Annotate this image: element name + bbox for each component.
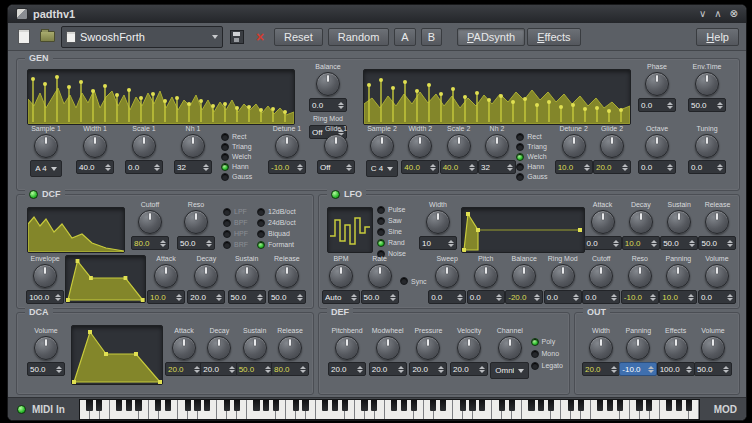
spin-arrows-icon[interactable] <box>727 294 733 301</box>
spin-arrows-icon[interactable] <box>448 240 454 247</box>
knob-spinbox[interactable]: 0.0 <box>428 290 466 304</box>
knob-cell[interactable]: Pitch 0.0 <box>468 255 504 304</box>
knob-cell[interactable]: Modwheel 20.0 <box>368 327 408 376</box>
knob-cell[interactable]: Nh 1 32 <box>172 125 214 174</box>
knob-dial[interactable] <box>705 210 729 234</box>
save-preset-button[interactable] <box>228 28 246 46</box>
knob-cell[interactable]: Decay 20.0 <box>186 255 226 304</box>
keyboard-octave[interactable] <box>217 400 286 419</box>
radio-option[interactable]: Gauss <box>516 172 554 181</box>
spin-arrows-icon[interactable] <box>56 366 62 373</box>
sample2-spectrum-display[interactable] <box>363 69 631 125</box>
spin-arrows-icon[interactable] <box>717 102 723 109</box>
spin-arrows-icon[interactable] <box>717 164 723 171</box>
knob-dial[interactable] <box>628 264 652 288</box>
rate-knob[interactable]: Rate 50.0 <box>362 255 398 304</box>
knob-dial[interactable] <box>562 134 586 158</box>
spin-arrows-icon[interactable] <box>613 240 619 247</box>
knob-cell[interactable]: Velocity 20.0 <box>449 327 489 376</box>
shade-button[interactable]: ∨ <box>699 9 706 19</box>
knob-spinbox[interactable]: 20.0 <box>328 362 366 376</box>
knob-dial[interactable] <box>457 336 481 360</box>
radio-option[interactable]: Biquad <box>257 229 296 238</box>
knob-dial[interactable] <box>498 336 522 360</box>
knob-dial[interactable] <box>551 264 575 288</box>
spin-arrows-icon[interactable] <box>194 366 200 373</box>
keyboard-octave[interactable] <box>424 400 493 419</box>
knob-cell[interactable]: Glide 2 20.0 <box>593 125 631 174</box>
spin-arrows-icon[interactable] <box>297 294 303 301</box>
knob-cell[interactable]: Decay 10.0 <box>623 201 658 250</box>
envelope-knob[interactable]: Envelope 100.0 <box>25 255 65 304</box>
keyboard-octave[interactable] <box>561 400 630 419</box>
knob-spinbox[interactable]: -20.0 <box>505 290 543 304</box>
delete-preset-button[interactable]: × <box>251 28 269 46</box>
knob-cell[interactable]: Release 80.0 <box>273 327 307 376</box>
b-button[interactable]: B <box>421 28 442 46</box>
knob-spinbox[interactable]: 50.0 <box>698 236 736 250</box>
knob-cell[interactable]: Scale 2 40.0 <box>440 125 478 174</box>
radio-option[interactable]: Mono <box>531 349 563 358</box>
spin-arrows-icon[interactable] <box>727 240 733 247</box>
spin-arrows-icon[interactable] <box>648 366 654 373</box>
knob-dial[interactable] <box>34 336 58 360</box>
knob-dial[interactable] <box>172 336 196 360</box>
spin-arrows-icon[interactable] <box>611 366 617 373</box>
radio-option[interactable]: 12dB/oct <box>257 207 296 216</box>
spin-arrows-icon[interactable] <box>438 366 444 373</box>
knob-cell[interactable]: Attack 20.0 <box>167 327 201 376</box>
spin-arrows-icon[interactable] <box>457 294 463 301</box>
knob-cell[interactable]: Scale 1 0.0 <box>123 125 165 174</box>
dca-volume-knob[interactable]: Volume 50.0 <box>25 327 67 376</box>
balance-knob[interactable]: Balance 0.0 <box>307 63 349 112</box>
knob-dial[interactable] <box>194 264 218 288</box>
spin-arrows-icon[interactable] <box>667 164 673 171</box>
knob-dial[interactable] <box>416 336 440 360</box>
knob-cell[interactable]: Phase 0.0 <box>636 63 678 112</box>
lfo-shape-display[interactable] <box>327 207 373 253</box>
spin-arrows-icon[interactable] <box>430 164 436 171</box>
dcf-envelope-display[interactable] <box>65 255 146 303</box>
knob-dial[interactable] <box>324 134 348 158</box>
spin-arrows-icon[interactable] <box>622 164 628 171</box>
spin-arrows-icon[interactable] <box>390 294 396 301</box>
knob-cell[interactable]: Pressure 20.0 <box>408 327 448 376</box>
knob-spinbox[interactable]: 20.0 <box>187 290 225 304</box>
knob-dial[interactable] <box>695 72 719 96</box>
spin-arrows-icon[interactable] <box>469 164 475 171</box>
keyboard-octave[interactable] <box>355 400 424 419</box>
knob-dial[interactable] <box>591 210 615 234</box>
sample1-spectrum-display[interactable] <box>27 69 295 125</box>
knob-spinbox[interactable]: -10.0 <box>268 160 306 174</box>
mod-label[interactable]: MOD <box>714 404 737 415</box>
sample2-knob[interactable]: Sample 2 C 4 <box>363 125 401 177</box>
knob-spinbox[interactable]: 100.0 <box>26 290 64 304</box>
knob-dial[interactable] <box>512 264 536 288</box>
spin-arrows-icon[interactable] <box>229 366 235 373</box>
knob-spinbox[interactable]: 20.0 <box>409 362 447 376</box>
knob-cell[interactable]: Reso -10.0 <box>622 255 658 304</box>
knob-dial[interactable] <box>83 134 107 158</box>
knob-dial[interactable] <box>695 134 719 158</box>
knob-cell[interactable]: Cutoff 0.0 <box>583 255 619 304</box>
knob-dial[interactable] <box>701 336 725 360</box>
spin-arrows-icon[interactable] <box>160 240 166 247</box>
open-preset-button[interactable] <box>38 28 56 46</box>
spin-arrows-icon[interactable] <box>688 294 694 301</box>
radio-option[interactable]: Poly <box>531 337 563 346</box>
knob-dial[interactable] <box>435 264 459 288</box>
keyboard[interactable] <box>79 399 700 420</box>
knob-spinbox[interactable]: 80.0 <box>131 236 169 250</box>
knob-cell[interactable]: Decay 20.0 <box>202 327 236 376</box>
spin-arrows-icon[interactable] <box>611 294 617 301</box>
radio-option[interactable]: Welch <box>221 152 259 161</box>
knob-spinbox[interactable]: 50.0 <box>228 290 266 304</box>
cutoff-knob[interactable]: Cutoff 80.0 <box>129 201 171 250</box>
keyboard-octave[interactable] <box>630 400 699 419</box>
knob-spinbox[interactable]: -10.0 <box>619 362 657 376</box>
spin-arrows-icon[interactable] <box>203 164 209 171</box>
sample1-knob[interactable]: Sample 1 A 4 <box>25 125 67 177</box>
knob-dial[interactable] <box>275 134 299 158</box>
knob-spinbox[interactable]: 20.0 <box>450 362 488 376</box>
radio-option[interactable]: Legato <box>531 361 563 370</box>
